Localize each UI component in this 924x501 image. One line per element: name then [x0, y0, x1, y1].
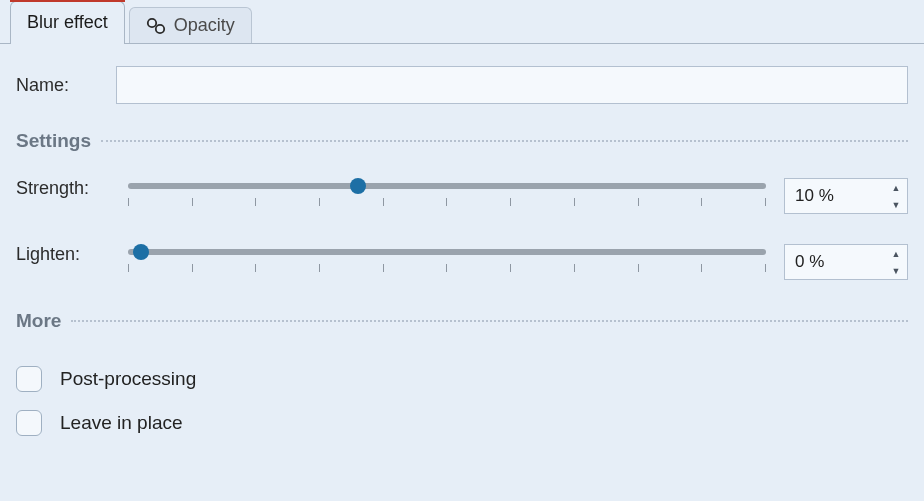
tab-opacity[interactable]: Opacity	[129, 7, 252, 43]
tab-label: Opacity	[174, 15, 235, 36]
section-title: More	[16, 310, 61, 332]
strength-spinner[interactable]: 10 % ▲ ▼	[784, 178, 908, 214]
checkbox-label: Post-processing	[60, 368, 196, 390]
section-title: Settings	[16, 130, 91, 152]
strength-slider[interactable]	[128, 178, 766, 206]
postprocessing-checkbox[interactable]: Post-processing	[16, 366, 908, 392]
strength-value: 10 %	[785, 179, 885, 213]
name-label: Name:	[16, 75, 116, 96]
strength-ticks	[128, 198, 766, 206]
lighten-slider[interactable]	[128, 244, 766, 272]
tab-label: Blur effect	[27, 12, 108, 33]
link-icon	[146, 17, 166, 35]
strength-thumb[interactable]	[350, 178, 366, 194]
lighten-label: Lighten:	[16, 244, 128, 265]
svg-point-0	[148, 18, 156, 26]
checkbox-box	[16, 366, 42, 392]
dotted-rule	[71, 320, 908, 322]
strength-row: Strength: 10 % ▲ ▼	[16, 178, 908, 214]
lighten-ticks	[128, 264, 766, 272]
checkbox-label: Leave in place	[60, 412, 183, 434]
lighten-row: Lighten: 0 % ▲ ▼	[16, 244, 908, 280]
lighten-step-down[interactable]: ▼	[885, 262, 907, 279]
strength-label: Strength:	[16, 178, 128, 199]
name-row: Name:	[16, 66, 908, 104]
panel-body: Name: Settings Strength: 10 % ▲ ▼ Lighte…	[0, 44, 924, 468]
leave-in-place-checkbox[interactable]: Leave in place	[16, 410, 908, 436]
name-input[interactable]	[116, 66, 908, 104]
dotted-rule	[101, 140, 908, 142]
section-head-more: More	[16, 310, 908, 332]
checkbox-box	[16, 410, 42, 436]
svg-point-1	[156, 24, 164, 32]
lighten-step-up[interactable]: ▲	[885, 245, 907, 262]
lighten-thumb[interactable]	[133, 244, 149, 260]
strength-step-down[interactable]: ▼	[885, 196, 907, 213]
lighten-value: 0 %	[785, 245, 885, 279]
section-head-settings: Settings	[16, 130, 908, 152]
tabs-bar: Blur effect Opacity	[0, 0, 924, 44]
lighten-spinner[interactable]: 0 % ▲ ▼	[784, 244, 908, 280]
strength-step-up[interactable]: ▲	[885, 179, 907, 196]
tab-blur-effect[interactable]: Blur effect	[10, 1, 125, 43]
